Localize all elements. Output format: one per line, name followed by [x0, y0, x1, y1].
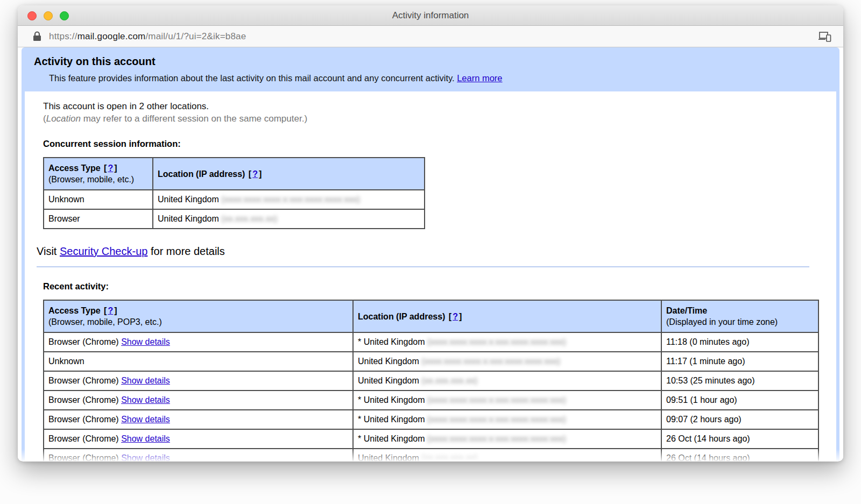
access-type-cell: Browser (Chrome) Show details [44, 429, 353, 449]
redacted-ip: (xxxx:xxxx:xxxx:x:xxx:xxxx:xxxx:xxx) [427, 395, 566, 404]
url-path: /mail/u/1/?ui=2&ik=b8ae [145, 31, 246, 41]
window-controls [27, 11, 69, 20]
security-checkup-text: Visit Security Check-up for more details [37, 245, 818, 258]
table-row: Browser (Chrome) Show detailsUnited King… [44, 371, 818, 391]
location-cell: * United Kingdom (xxxx:xxxx:xxxx:x:xxx:x… [353, 332, 661, 352]
access-type-label: Browser (Chrome) [48, 337, 119, 346]
table-header-row: Access Type [?] (Browser, mobile, etc.) … [44, 158, 425, 190]
col-header-location: Location (IP address) [?] [353, 300, 661, 332]
col-header-location: Location (IP address) [?] [153, 158, 425, 190]
devices-icon[interactable] [818, 31, 831, 42]
table-row: BrowserUnited Kingdom (xx.xxx.xxx.xx) [44, 209, 425, 229]
browser-window: Activity information https://mail.google… [18, 5, 843, 462]
minimize-window-button[interactable] [44, 11, 53, 20]
access-type-help-link[interactable]: ? [108, 306, 113, 315]
redacted-ip: (xx.xxx.xxx.xx) [421, 453, 477, 461]
location-label: United Kingdom [358, 376, 421, 385]
address-bar[interactable]: https://mail.google.com/mail/u/1/?ui=2&i… [18, 26, 843, 47]
access-type-label: Browser [48, 214, 80, 223]
access-type-help-link[interactable]: ? [108, 164, 113, 173]
col-header-datetime: Date/Time (Displayed in your time zone) [661, 300, 818, 332]
zoom-window-button[interactable] [60, 11, 69, 20]
show-details-link[interactable]: Show details [121, 415, 170, 424]
page-title: Activity on this account [25, 54, 836, 68]
location-help-link[interactable]: ? [453, 312, 458, 321]
current-session-marker: * [358, 434, 364, 443]
concurrent-session-table: Access Type [?] (Browser, mobile, etc.) … [43, 157, 425, 229]
page-header: Activity on this account This feature pr… [25, 47, 836, 91]
table-row: UnknownUnited Kingdom (xxxx:xxxx:xxxx:x:… [44, 352, 818, 371]
table-row: Browser (Chrome) Show details* United Ki… [44, 332, 818, 352]
access-type-label: Unknown [48, 357, 84, 366]
show-details-link[interactable]: Show details [121, 453, 170, 461]
datetime-cell: 09:07 (2 hours ago) [661, 410, 818, 429]
col-header-access-type: Access Type [?] (Browser, mobile, etc.) [44, 158, 153, 190]
recent-table-body: Browser (Chrome) Show details* United Ki… [44, 332, 818, 461]
location-cell: United Kingdom (xx.xxx.xxx.xx) [153, 209, 425, 229]
redacted-ip: (xxxx:xxxx:xxxx:x:xxx:xxxx:xxxx:xxx) [421, 357, 560, 366]
redacted-ip: (xx.xxx.xxx.xx) [221, 214, 277, 223]
url-field[interactable]: https://mail.google.com/mail/u/1/?ui=2&i… [49, 31, 812, 42]
location-label: United Kingdom [358, 453, 421, 461]
show-details-link[interactable]: Show details [121, 376, 170, 385]
redacted-ip: (xx.xxx.xxx.xx) [421, 376, 477, 385]
window-title: Activity information [18, 5, 843, 26]
access-type-label: Browser (Chrome) [48, 395, 119, 404]
location-cell: * United Kingdom (xxxx:xxxx:xxxx:x:xxx:x… [353, 391, 661, 410]
current-session-marker: * [358, 337, 364, 346]
learn-more-link[interactable]: Learn more [457, 73, 502, 83]
redacted-ip: (xxxx:xxxx:xxxx:x:xxx:xxxx:xxxx:xxx) [221, 195, 360, 204]
location-cell: * United Kingdom (xxxx:xxxx:xxxx:x:xxx:x… [353, 429, 661, 449]
access-type-cell: Unknown [44, 352, 353, 371]
datetime-cell: 11:18 (0 minutes ago) [661, 332, 818, 352]
close-window-button[interactable] [27, 11, 37, 20]
redacted-ip: (xxxx:xxxx:xxxx:x:xxx:xxxx:xxxx:xxx) [427, 434, 566, 443]
redacted-ip: (xxxx:xxxx:xxxx:x:xxx:xxxx:xxxx:xxx) [427, 415, 566, 424]
show-details-link[interactable]: Show details [121, 337, 170, 346]
url-scheme: https:// [49, 31, 77, 41]
access-type-label: Browser (Chrome) [48, 376, 119, 385]
location-cell: United Kingdom (xx.xxx.xxx.xx) [353, 371, 661, 391]
datetime-cell: 11:17 (1 minute ago) [661, 352, 818, 371]
access-type-cell: Browser (Chrome) Show details [44, 371, 353, 391]
access-type-cell: Browser (Chrome) Show details [44, 410, 353, 429]
redacted-ip: (xxxx:xxxx:xxxx:x:xxx:xxxx:xxxx:xxx) [427, 337, 566, 346]
page-content: Activity on this account This feature pr… [18, 47, 843, 461]
location-label: United Kingdom [364, 337, 427, 346]
datetime-cell: 10:53 (25 minutes ago) [661, 371, 818, 391]
security-checkup-link[interactable]: Security Check-up [60, 245, 147, 257]
current-session-marker: * [358, 395, 364, 404]
activity-body: This account is open in 2 other location… [25, 91, 836, 461]
location-label: United Kingdom [364, 395, 427, 404]
table-row: Browser (Chrome) Show details* United Ki… [44, 391, 818, 410]
show-details-link[interactable]: Show details [121, 395, 170, 404]
datetime-cell: 26 Oct (14 hours ago) [661, 449, 818, 461]
datetime-cell: 09:51 (1 hour ago) [661, 391, 818, 410]
section-divider [37, 266, 809, 267]
location-cell: United Kingdom (xx.xxx.xxx.xx) [353, 449, 661, 461]
table-row: UnknownUnited Kingdom (xxxx:xxxx:xxxx:x:… [44, 190, 425, 209]
col-header-access-type: Access Type [?] (Browser, mobile, POP3, … [44, 300, 353, 332]
show-details-link[interactable]: Show details [121, 434, 170, 443]
open-locations-text: This account is open in 2 other location… [43, 100, 818, 112]
ssl-lock-icon[interactable] [33, 31, 41, 41]
page-description: This feature provides information about … [25, 68, 836, 83]
location-label: United Kingdom [158, 195, 221, 204]
activity-panel: Activity on this account This feature pr… [22, 47, 839, 461]
recent-activity-table: Access Type [?] (Browser, mobile, POP3, … [43, 300, 819, 461]
url-host: mail.google.com [77, 31, 146, 41]
access-type-label: Unknown [48, 195, 84, 204]
location-label: United Kingdom [364, 415, 427, 424]
current-session-marker: * [358, 415, 364, 424]
table-row: Browser (Chrome) Show detailsUnited King… [44, 449, 818, 461]
table-header-row: Access Type [?] (Browser, mobile, POP3, … [44, 300, 818, 332]
title-bar[interactable]: Activity information [18, 5, 843, 26]
concurrent-table-body: UnknownUnited Kingdom (xxxx:xxxx:xxxx:x:… [44, 190, 425, 229]
datetime-cell: 26 Oct (14 hours ago) [661, 429, 818, 449]
access-type-cell: Browser [44, 209, 153, 229]
access-type-label: Browser (Chrome) [48, 434, 119, 443]
location-cell: United Kingdom (xxxx:xxxx:xxxx:x:xxx:xxx… [153, 190, 425, 209]
access-type-cell: Unknown [44, 190, 153, 209]
location-help-link[interactable]: ? [252, 169, 258, 179]
location-label: United Kingdom [158, 214, 221, 223]
